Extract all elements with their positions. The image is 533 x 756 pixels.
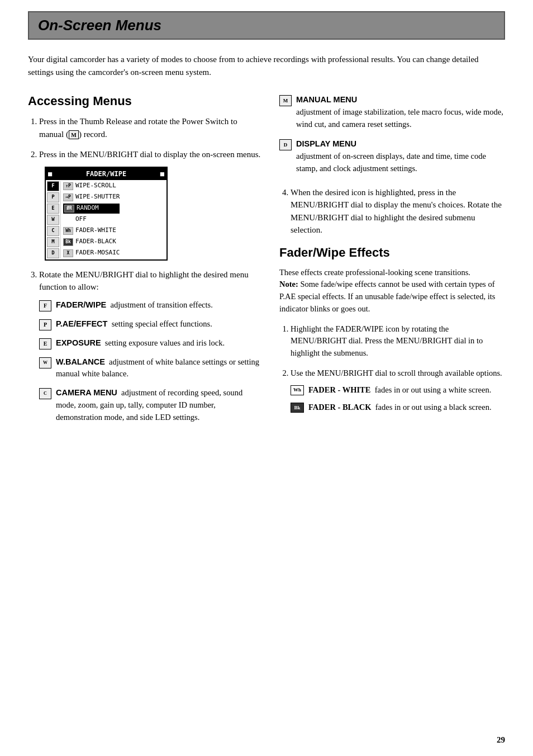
camera-title: CAMERA MENU xyxy=(56,388,117,397)
menu-icon-6: M xyxy=(47,237,59,247)
fader-white-title: FADER - WHITE xyxy=(308,385,370,394)
fader-title: FADER/WIPE xyxy=(56,300,106,309)
sub-item-pae: P P.AE/EFFECT setting special effect fun… xyxy=(39,318,263,330)
menu-box-body: F P E W C M D ↑P WIPE xyxy=(46,180,166,259)
step-3: Rotate the MENU/BRIGHT dial to highlight… xyxy=(39,268,263,424)
fader-white-icon: Wh xyxy=(291,385,304,395)
camera-text: CAMERA MENU adjustment of recording spee… xyxy=(56,387,263,423)
page-number: 29 xyxy=(497,735,505,745)
mi-icon-1: ↑P xyxy=(63,182,73,190)
menu-box-header: ■ FADER/WIPE ■ xyxy=(46,168,166,180)
fader-text: FADER/WIPE adjustment of transition effe… xyxy=(56,299,263,311)
fader-step-2: Use the MENU/BRIGHT dial to scroll throu… xyxy=(291,367,505,414)
right-display-menu: D DISPLAY MENU adjustment of on-screen d… xyxy=(279,138,505,174)
mi-icon-3: ØR xyxy=(64,205,74,212)
sub-item-camera: C CAMERA MENU adjustment of recording sp… xyxy=(39,387,263,423)
exposure-icon: E xyxy=(39,338,51,349)
sub-item-exposure: E EXPOSURE setting exposure values and i… xyxy=(39,337,263,349)
fader-black-title: FADER - BLACK xyxy=(308,403,372,412)
step-1-text: Press in the Thumb Release and rotate th… xyxy=(39,117,237,139)
fader-heading: Fader/Wipe Effects xyxy=(279,245,505,260)
page: On-Screen Menus Your digital camcorder h… xyxy=(0,0,533,756)
step-4: When the desired icon is highlighted, pr… xyxy=(291,186,505,237)
fader-steps-list: Highlight the FADER/WIPE icon by rotatin… xyxy=(279,323,505,414)
mi-label-6: FADER-BLACK xyxy=(75,237,116,247)
manual-menu-icon: M xyxy=(279,95,292,106)
sub-item-wbalance: W W.BALANCE adjustment of white balance … xyxy=(39,356,263,381)
fader-step-2-text: Use the MENU/BRIGHT dial to scroll throu… xyxy=(291,368,502,377)
fader-white-item: Wh FADER - WHITE fades in or out using a… xyxy=(291,384,505,396)
pae-icon: P xyxy=(39,319,51,330)
step-4-text: When the desired icon is highlighted, pr… xyxy=(291,188,502,235)
sub-items-list: F FADER/WIPE adjustment of transition ef… xyxy=(39,299,263,424)
camera-icon: C xyxy=(39,388,51,399)
pae-text: P.AE/EFFECT setting special effect funct… xyxy=(56,318,263,330)
fader-section: Fader/Wipe Effects These effects create … xyxy=(279,245,505,414)
fader-intro: These effects create professional-lookin… xyxy=(279,267,505,315)
right-items: M MANUAL MENU adjustment of image stabil… xyxy=(279,94,505,175)
menu-box-title: ■ xyxy=(48,169,52,179)
menu-icon-7: D xyxy=(47,248,59,258)
menu-row-6: Bk FADER-BLACK xyxy=(63,237,120,247)
fader-sub-items: Wh FADER - WHITE fades in or out using a… xyxy=(291,384,505,414)
manual-menu-title: MANUAL MENU xyxy=(296,95,357,104)
menu-items-column: ↑P WIPE-SCROLL →P WIPE-SHUTTER ØR RANDOM xyxy=(63,181,120,258)
menu-row-7: X FADER-MOSAIC xyxy=(63,248,120,258)
menu-icon-3: E xyxy=(47,204,59,214)
mi-icon-2: →P xyxy=(63,193,73,201)
exposure-text: EXPOSURE setting exposure values and iri… xyxy=(56,337,263,349)
mi-icon-7: X xyxy=(63,249,73,257)
fader-intro-text: These effects create professional-lookin… xyxy=(279,268,470,277)
menu-icon-4: W xyxy=(47,215,59,225)
menu-box-label: FADER/WIPE xyxy=(86,169,126,179)
menu-row-2: →P WIPE-SHUTTER xyxy=(63,192,120,202)
mi-label-2: WIPE-SHUTTER xyxy=(75,192,120,202)
mi-icon-6: Bk xyxy=(63,238,73,246)
mi-label-7: FADER-MOSAIC xyxy=(75,248,120,258)
display-menu-title: DISPLAY MENU xyxy=(296,139,356,148)
wbalance-icon: W xyxy=(39,357,51,368)
fader-step-1: Highlight the FADER/WIPE icon by rotatin… xyxy=(291,323,505,360)
menu-row-5: Wh FADER-WHITE xyxy=(63,226,120,236)
fader-white-text: FADER - WHITE fades in or out using a wh… xyxy=(308,384,491,396)
menu-row-1: ↑P WIPE-SCROLL xyxy=(63,181,120,191)
mi-label-5: FADER-WHITE xyxy=(75,226,116,235)
menu-icon-5: C xyxy=(47,226,59,236)
display-menu-icon: D xyxy=(279,139,292,150)
fader-black-text: FADER - BLACK fades in or out using a bl… xyxy=(308,401,492,414)
menu-row-3: ØR RANDOM xyxy=(63,204,120,214)
fader-note-label: Note: xyxy=(279,280,298,289)
page-title: On-Screen Menus xyxy=(38,17,495,34)
menu-row-4: OFF xyxy=(63,215,120,225)
menu-box-fill: ■ xyxy=(160,169,164,179)
fader-black-item: Bk FADER - BLACK fades in or out using a… xyxy=(291,401,505,414)
page-header: On-Screen Menus xyxy=(28,11,505,40)
mi-icon-5: Wh xyxy=(63,227,73,235)
fader-black-icon: Bk xyxy=(291,403,304,413)
menu-icon-2: P xyxy=(47,192,59,202)
fader-step-1-text: Highlight the FADER/WIPE icon by rotatin… xyxy=(291,324,483,358)
menu-icon-1: F xyxy=(47,181,59,191)
wbalance-title: W.BALANCE xyxy=(56,357,105,366)
two-column-layout: Accessing Menus Press in the Thumb Relea… xyxy=(28,94,505,431)
mi-label-1: WIPE-SCROLL xyxy=(75,181,116,191)
step-2: Press in the MENU/BRIGHT dial to display… xyxy=(39,148,263,261)
wbalance-text: W.BALANCE adjustment of white balance se… xyxy=(56,356,263,381)
menu-box-illustration: ■ FADER/WIPE ■ F P E W C M xyxy=(45,167,168,261)
step-1: Press in the Thumb Release and rotate th… xyxy=(39,115,263,140)
left-column: Accessing Menus Press in the Thumb Relea… xyxy=(28,94,263,431)
accessing-menus-list: Press in the Thumb Release and rotate th… xyxy=(28,115,263,423)
right-column: M MANUAL MENU adjustment of image stabil… xyxy=(279,94,505,431)
pae-title: P.AE/EFFECT xyxy=(56,319,107,328)
step-3-text: Rotate the MENU/BRIGHT dial to highlight… xyxy=(39,270,249,292)
mi-label-3: RANDOM xyxy=(77,204,99,213)
fader-icon: F xyxy=(39,300,51,311)
step4-list: When the desired icon is highlighted, pr… xyxy=(279,186,505,237)
exposure-title: EXPOSURE xyxy=(56,338,101,347)
m-icon: M xyxy=(69,130,79,139)
menu-sidebar-icons: F P E W C M D xyxy=(47,181,61,258)
right-manual-menu: M MANUAL MENU adjustment of image stabil… xyxy=(279,94,505,130)
display-menu-text: DISPLAY MENU adjustment of on-screen dis… xyxy=(296,138,505,174)
manual-menu-text: MANUAL MENU adjustment of image stabiliz… xyxy=(296,94,505,130)
intro-text: Your digital camcorder has a variety of … xyxy=(28,53,505,78)
